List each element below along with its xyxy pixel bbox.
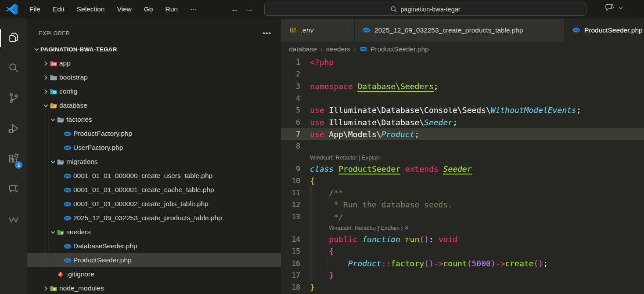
php-icon: php <box>64 214 73 222</box>
code-line-12[interactable]: 12 * Run the database seeds. <box>281 199 644 211</box>
svg-text:php: php <box>64 202 71 206</box>
chevron-right-icon <box>42 60 50 67</box>
tree-item-seeders[interactable]: seeders <box>27 225 281 239</box>
tree-item-productfactory-php[interactable]: phpProductFactory.php <box>27 127 281 141</box>
code-line-1[interactable]: 1<?php <box>281 56 644 68</box>
title-bar: FileEditSelectionViewGoRun⋯ ← → paginati… <box>0 0 644 18</box>
chat-sparkle-icon[interactable] <box>604 2 615 13</box>
code-line-18[interactable]: 18} <box>281 281 644 293</box>
folder-open-gray-icon <box>57 116 66 123</box>
menu-[interactable]: ⋯ <box>185 4 202 15</box>
code-line-3[interactable]: 3namespace Database\Seeders; <box>281 80 644 92</box>
tree-item-label: .gitignore <box>66 270 94 278</box>
menu-selection[interactable]: Selection <box>72 4 110 15</box>
tree-item-migrations[interactable]: migrations <box>27 155 281 169</box>
tree-item-userfactory-php[interactable]: phpUserFactory.php <box>27 141 281 155</box>
breadcrumb-item-database[interactable]: database <box>289 45 317 53</box>
svg-text:php: php <box>64 216 71 220</box>
tab--env[interactable]: .env <box>281 18 355 42</box>
code-token: */ <box>310 212 343 221</box>
activitybar-windsurf[interactable] <box>0 205 27 235</box>
codelens-windsurf-actions[interactable]: Windsurf: Refactor | Explain | ✕ <box>310 225 409 231</box>
tree-item-label: DatabaseSeeder.php <box>73 242 137 250</box>
nav-forward-button[interactable]: → <box>245 4 253 14</box>
breadcrumb-separator-icon: › <box>320 45 323 53</box>
code-line-9[interactable]: 9class ProductSeeder extends Seeder <box>281 163 644 174</box>
tree-item-0001-01-01-000000-create-users-table-php[interactable]: php0001_01_01_000000_create_users_table.… <box>27 169 281 183</box>
code-token: run <box>405 235 420 244</box>
code-line-6[interactable]: 6use Illuminate\Database\Seeder; <box>281 116 644 128</box>
code-token: Seeder <box>424 118 453 127</box>
menu-edit[interactable]: Edit <box>48 4 69 15</box>
tab-2025-12-09-032253-create-products-table-php[interactable]: php2025_12_09_032253_create_products_tab… <box>355 18 565 42</box>
breadcrumb-item-seeders[interactable]: seeders <box>326 45 350 53</box>
tree-item-productseeder-php[interactable]: phpProductSeeder.php <box>27 253 281 267</box>
code-line-text: } <box>310 283 315 292</box>
tree-item-2025-12-09-032253-create-products-table-php[interactable]: php2025_12_09_032253_create_products_tab… <box>27 211 281 225</box>
code-token: () <box>533 259 543 268</box>
tree-root-folder[interactable]: PAGINATION-BWA-TEGAR <box>27 42 281 56</box>
code-line-text: Product::factory()->count(5000)->create(… <box>310 259 548 268</box>
codelens-windsurf-actions[interactable]: Windsurf: Refactor | Explain <box>310 154 381 161</box>
code-token: ; <box>434 82 439 91</box>
code-line-7[interactable]: 7use App\Models\Product; <box>281 128 644 140</box>
code-token: use <box>310 105 329 115</box>
breadcrumb-item-productseeder-php[interactable]: phpProductSeeder.php <box>360 45 429 53</box>
explorer-more-actions-button[interactable]: ••• <box>263 29 271 37</box>
vscode-logo-icon <box>5 3 18 16</box>
code-line-2[interactable]: 2 <box>281 68 644 80</box>
activitybar-extensions[interactable]: 1 <box>0 144 27 174</box>
code-token: Product <box>348 259 381 268</box>
nav-back-button[interactable]: ← <box>230 4 239 14</box>
debug-icon <box>7 122 20 136</box>
code-line-15[interactable]: 15 { <box>281 245 644 257</box>
activitybar-source-control[interactable] <box>0 83 27 114</box>
tree-item-bootstrap[interactable]: bootstrap <box>27 70 281 84</box>
code-line-17[interactable]: 17 } <box>281 269 644 281</box>
code-token: : <box>429 235 439 244</box>
code-line-text: /** <box>310 188 343 197</box>
folder-app-icon <box>50 60 59 67</box>
git-branch-icon <box>7 92 20 106</box>
code-editor[interactable]: 1<?php23namespace Database\Seeders;45use… <box>281 56 644 294</box>
tree-item-0001-01-01-000002-create-jobs-table-php[interactable]: php0001_01_01_000002_create_jobs_table.p… <box>27 197 281 211</box>
tree-item-databaseseeder-php[interactable]: phpDatabaseSeeder.php <box>27 239 281 253</box>
code-token: { <box>310 176 315 185</box>
tree-item-database[interactable]: database <box>27 98 281 113</box>
tree-item-app[interactable]: app <box>27 56 281 70</box>
line-number: 5 <box>281 106 300 114</box>
tree-item-factories[interactable]: factories <box>27 113 281 127</box>
code-line-8[interactable]: 8 <box>281 140 644 152</box>
code-line-11[interactable]: 11 /** <box>281 187 644 199</box>
svg-text:php: php <box>360 47 367 51</box>
code-line-16[interactable]: 16 Product::factory()->count(5000)->crea… <box>281 257 644 269</box>
tree-item-label: database <box>59 102 87 109</box>
code-line-14[interactable]: 14 public function run(): void <box>281 233 644 245</box>
tree-item-config[interactable]: config <box>27 84 281 98</box>
tree-item--gitignore[interactable]: .gitignore <box>27 267 281 281</box>
menu-run[interactable]: Run <box>160 4 182 15</box>
activitybar-explorer[interactable] <box>0 23 27 53</box>
code-line-10[interactable]: 10{ <box>281 175 644 187</box>
activitybar-search[interactable] <box>0 53 27 83</box>
chevron-down-icon[interactable] <box>618 5 624 11</box>
breadcrumb-label: database <box>289 45 317 53</box>
line-number: 8 <box>281 142 300 150</box>
code-line-13[interactable]: 13 */ <box>281 211 644 223</box>
command-center-search[interactable]: pagination-bwa-tegar <box>264 3 586 16</box>
menu-go[interactable]: Go <box>139 4 158 15</box>
code-line-5[interactable]: 5use Illuminate\Database\Console\Seeds\W… <box>281 104 644 116</box>
line-number: 12 <box>281 200 300 209</box>
menu-view[interactable]: View <box>112 4 136 15</box>
activitybar-chat[interactable] <box>0 174 27 205</box>
code-token: ; <box>576 105 581 115</box>
activitybar-run-and-debug[interactable] <box>0 114 27 144</box>
code-line-4[interactable]: 4 <box>281 92 644 104</box>
code-line-text: * Run the database seeds. <box>310 200 453 209</box>
chevron-down-icon <box>49 159 57 165</box>
tab-productseeder-php[interactable]: phpProductSeeder.php <box>565 18 644 42</box>
tree-item-0001-01-01-000001-create-cache-table-php[interactable]: php0001_01_01_000001_create_cache_table.… <box>27 183 281 197</box>
menu-file[interactable]: File <box>25 4 45 15</box>
tree-item-node-modules[interactable]: node_modules <box>27 281 281 294</box>
line-number: 4 <box>281 94 300 102</box>
